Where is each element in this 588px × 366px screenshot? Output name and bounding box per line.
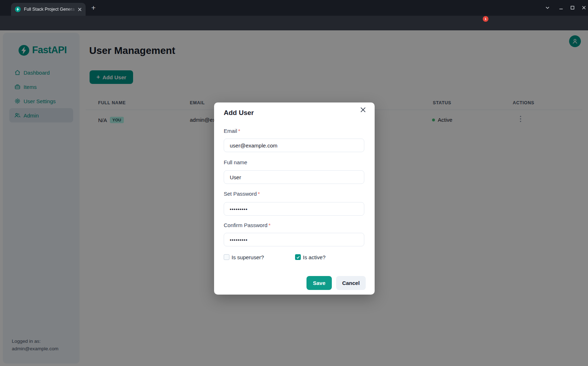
fastapi-favicon-icon <box>15 6 21 12</box>
browser-window: Full Stack Project Genera + <box>0 0 588 366</box>
cancel-button[interactable]: Cancel <box>336 276 366 290</box>
checkbox-row: Is superuser? Is active? <box>214 254 375 261</box>
required-asterisk: * <box>238 128 240 134</box>
window-close-button[interactable] <box>579 3 588 12</box>
required-asterisk: * <box>258 191 260 197</box>
tab-strip: Full Stack Project Genera + <box>0 0 588 16</box>
confirm-password-label: Confirm Password* <box>224 222 270 228</box>
email-label: Email* <box>224 128 240 134</box>
full-name-label: Full name <box>224 159 247 165</box>
check-icon <box>296 255 300 259</box>
set-password-label: Set Password* <box>224 191 260 197</box>
is-superuser-label: Is superuser? <box>232 254 264 260</box>
full-name-field[interactable] <box>224 170 364 184</box>
is-superuser-checkbox[interactable] <box>224 254 229 260</box>
modal-close-icon[interactable] <box>358 105 368 114</box>
is-active-label: Is active? <box>303 254 325 260</box>
rewards-notification-badge[interactable]: 1 <box>483 16 488 22</box>
browser-toolbar: localhost/admin 1 <box>0 16 588 30</box>
is-active-checkbox[interactable] <box>295 254 301 260</box>
add-user-modal: Add User Email* Full name Set Password* … <box>214 102 375 295</box>
required-asterisk: * <box>269 222 271 228</box>
tab-close-icon[interactable] <box>76 6 83 12</box>
tab-search-chevron-icon[interactable] <box>543 3 552 12</box>
browser-tab[interactable]: Full Stack Project Genera <box>11 3 86 16</box>
email-field[interactable] <box>224 139 364 152</box>
window-maximize-button[interactable] <box>568 3 577 12</box>
modal-title: Add User <box>224 109 254 117</box>
tab-title: Full Stack Project Genera <box>24 7 76 12</box>
new-tab-button[interactable]: + <box>89 4 98 12</box>
set-password-field[interactable] <box>224 202 364 216</box>
save-button[interactable]: Save <box>306 276 332 290</box>
confirm-password-field[interactable] <box>224 233 364 246</box>
window-minimize-button[interactable] <box>557 3 565 12</box>
